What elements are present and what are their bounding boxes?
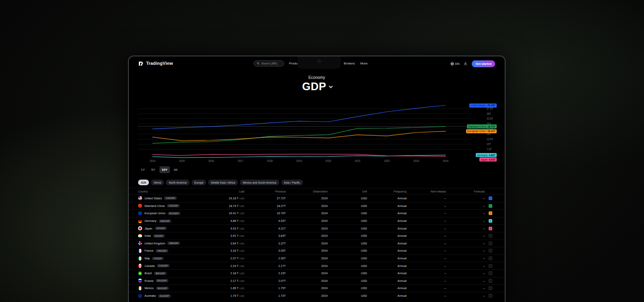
last-value: 3.16 TUSD [227, 249, 244, 252]
table-row-japan[interactable]: JapanJPGDP4.03 TUSD4.21T2024USDAnnual––✓ [129, 224, 506, 232]
series-line-japan [153, 154, 446, 157]
region-tab-europe[interactable]: Europe [192, 180, 206, 185]
country-name: Russia [144, 279, 153, 283]
flag-icon-it [138, 256, 142, 261]
table-row-mainland-china[interactable]: Mainland ChinaCNGDP18.74 TUSD18.27T2024U… [129, 202, 506, 210]
search-input[interactable]: Search (⌘K) [254, 60, 284, 66]
series-visibility-checkbox[interactable]: ✓ [489, 197, 492, 200]
nav-item-brokers[interactable]: Brokers [344, 62, 355, 65]
series-visibility-checkbox[interactable]: ✓ [489, 219, 492, 223]
series-visibility-checkbox[interactable] [489, 294, 492, 298]
series-visibility-checkbox[interactable] [489, 286, 492, 290]
forecast-value: – [446, 286, 485, 290]
column-header-country: Country [138, 190, 227, 193]
observation-value: 2024 [286, 234, 328, 238]
country-name: Mexico [144, 286, 154, 290]
table-row-canada[interactable]: CanadaCAGDP2.24 TUSD2.17T2024USDAnnual–– [129, 262, 506, 269]
table-row-india[interactable]: IndiaINGDP3.91 TUSD3.64T2024USDAnnual–– [129, 232, 506, 240]
nav-right: EN Get started [450, 60, 495, 67]
page-title: GDP [302, 81, 326, 93]
country-cell: BrazilBRGDP [138, 271, 227, 275]
x-axis-tick: 2014 [147, 159, 158, 162]
series-visibility-checkbox[interactable] [489, 242, 492, 245]
price-label-japan: Japan4.03T [479, 157, 497, 161]
y-axis-tick: 27.5T [487, 107, 493, 110]
range-button-10y[interactable]: 10Y [159, 166, 170, 173]
last-unit: USD [239, 280, 244, 282]
table-row-russia[interactable]: RussiaRUGDP2.17 TUSD2.07T2024USDAnnual–– [129, 277, 506, 285]
unit-value: USD [328, 197, 367, 200]
series-visibility-checkbox[interactable] [489, 271, 492, 275]
region-tab-world[interactable]: World [151, 180, 164, 185]
series-visibility-checkbox[interactable] [489, 234, 492, 238]
language-switcher[interactable]: EN [450, 62, 459, 66]
table-row-france[interactable]: FranceFRGDP3.16 TUSD3.05T2024USDAnnual–– [129, 247, 506, 254]
series-visibility-checkbox[interactable] [489, 249, 492, 252]
logo-text: TradingView [146, 61, 173, 66]
last-value: 1.75 TUSD [227, 294, 244, 298]
country-name: France [144, 249, 153, 252]
flag-icon-eu [138, 211, 142, 215]
series-visibility-checkbox[interactable]: ✓ [489, 211, 492, 215]
region-tab-north-america[interactable]: North America [166, 180, 189, 185]
range-button-1y[interactable]: 1Y [138, 166, 147, 173]
country-name: United States [144, 197, 162, 200]
get-started-button[interactable]: Get started [472, 60, 495, 67]
indicator-selector[interactable]: GDP [129, 81, 505, 93]
country-cell: European UnionEUGDP [138, 211, 227, 215]
table-row-mexico[interactable]: MexicoMXGDP1.85 TUSD1.79T2024USDAnnual–– [129, 284, 506, 292]
user-menu[interactable] [464, 60, 467, 67]
observation-value: 2024 [286, 264, 328, 268]
series-visibility-checkbox[interactable]: ✓ [489, 204, 492, 208]
country-cell: MexicoMXGDP [138, 286, 227, 290]
x-axis-tick: 2015 [177, 159, 187, 162]
region-tab-asia-pacific[interactable]: Asia / Pacific [281, 180, 303, 185]
table-row-italy[interactable]: ItalyITGDP2.37 TUSD2.30T2024USDAnnual–– [129, 254, 506, 262]
flag-icon-cn [138, 204, 142, 208]
previous-value: 2.30T [244, 256, 286, 260]
column-header-observation: Observation [286, 190, 328, 193]
table-row-australia[interactable]: AustraliaAUGDP1.75 TUSD1.73T2024USDAnnua… [129, 292, 506, 300]
search-icon [257, 62, 260, 65]
region-tab-middle-east-africa[interactable]: Middle East / Africa [208, 180, 238, 185]
previous-value: 15.79T [244, 211, 286, 215]
country-cell: IndiaINGDP [138, 234, 227, 238]
series-visibility-checkbox[interactable] [489, 279, 492, 283]
last-value: 16.41 TUSD [227, 211, 244, 215]
flag-icon-us [138, 196, 142, 200]
series-line-germany [153, 155, 446, 158]
range-button-all[interactable]: All [171, 166, 180, 173]
nav-item-more[interactable]: More [360, 62, 367, 65]
last-unit: USD [239, 197, 244, 200]
country-name: India [144, 234, 151, 238]
table-row-united-kingdom[interactable]: United KingdomGBGDP3.64 TUSD3.37T2024USD… [129, 240, 506, 247]
last-unit: USD [239, 228, 244, 230]
series-visibility-checkbox[interactable] [489, 256, 492, 260]
country-name: Canada [144, 264, 155, 268]
next-release-value: – [407, 286, 446, 290]
unit-value: USD [328, 256, 367, 260]
region-tab-mexico-and-south-america[interactable]: Mexico and South America [240, 180, 279, 185]
forecast-value: – [446, 279, 485, 283]
table-row-germany[interactable]: GermanyDEGDP4.66 TUSD4.53T2024USDAnnual–… [129, 217, 506, 225]
chart-canvas[interactable] [129, 101, 506, 162]
country-cell: ItalyITGDP [138, 256, 227, 261]
region-tab-g20[interactable]: G20 [138, 180, 149, 185]
table-row-united-states[interactable]: United StatesUSGDP29.18 TUSD27.72T2024US… [129, 194, 506, 202]
gdp-chart[interactable]: 27.5T25T22.5T20T17.5T15T12.5T10T7.5T2014… [129, 101, 506, 162]
forecast-value: – [446, 227, 485, 230]
table-row-european-union[interactable]: European UnionEUGDP16.41 TUSD15.79T2024U… [129, 209, 506, 217]
next-release-value: – [407, 227, 446, 230]
series-visibility-checkbox[interactable] [489, 264, 492, 268]
unit-value: USD [328, 219, 367, 223]
country-name: Germany [144, 219, 157, 223]
previous-value: 1.73T [244, 294, 286, 298]
table-row-brazil[interactable]: BrazilBRGDP2.18 TUSD2.19T2024USDAnnual–– [129, 269, 506, 277]
indicator-code: BRGDP [154, 272, 167, 275]
unit-value: USD [328, 249, 367, 252]
webcam-dot [318, 60, 320, 62]
range-button-5y[interactable]: 5Y [149, 166, 158, 173]
tradingview-logo[interactable]: TradingView [138, 60, 173, 66]
series-visibility-checkbox[interactable]: ✓ [489, 227, 492, 230]
country-name: United Kingdom [144, 242, 165, 245]
